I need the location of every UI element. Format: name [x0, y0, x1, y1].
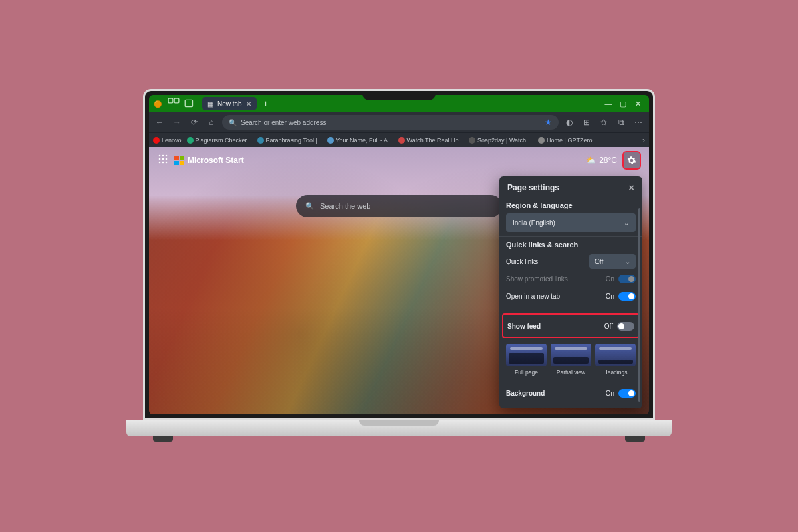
- laptop-notch: [362, 91, 436, 100]
- tab-close-icon[interactable]: ✕: [246, 100, 251, 108]
- layout-partial-view[interactable]: Partial view: [551, 344, 591, 376]
- bookmark-item[interactable]: Soap2day | Watch ...: [469, 137, 533, 144]
- tab-actions-icon[interactable]: [184, 98, 196, 110]
- bookmark-item[interactable]: Watch The Real Ho...: [398, 137, 464, 144]
- panel-title: Page settings: [507, 183, 559, 192]
- show-feed-label: Show feed: [507, 323, 541, 330]
- panel-scrollbar[interactable]: [638, 208, 640, 402]
- minimize-button[interactable]: —: [604, 100, 613, 108]
- chevron-down-icon: ⌄: [624, 219, 629, 227]
- background-row: Background On: [506, 384, 636, 402]
- laptop-feet: [126, 436, 672, 443]
- favorite-star-icon[interactable]: ★: [545, 118, 552, 127]
- workspaces-icon[interactable]: [168, 98, 180, 110]
- svg-point-10: [162, 162, 164, 164]
- background-toggle[interactable]: [618, 389, 636, 398]
- svg-point-8: [166, 158, 168, 160]
- ntp-topbar: Microsoft Start ⛅ 28°C: [149, 147, 649, 174]
- weather-widget[interactable]: ⛅ 28°C: [586, 156, 617, 165]
- new-tab-page: Microsoft Start ⛅ 28°C 🔍 Search the web: [149, 147, 649, 414]
- window-controls: — ▢ ✕: [604, 100, 646, 108]
- favicon-icon: [257, 137, 264, 144]
- close-window-button[interactable]: ✕: [633, 100, 642, 108]
- layout-thumb-icon: [551, 344, 591, 366]
- page-settings-button[interactable]: [624, 152, 640, 168]
- layout-full-page[interactable]: Full page: [506, 344, 547, 376]
- show-feed-toggle[interactable]: [617, 322, 634, 331]
- region-select[interactable]: India (English) ⌄: [506, 213, 636, 232]
- collections-icon[interactable]: ⧉: [614, 116, 628, 129]
- bookmarks-overflow-icon[interactable]: ›: [642, 136, 645, 145]
- svg-point-6: [159, 158, 161, 160]
- favicon-icon: [187, 137, 194, 144]
- toolbar: ← → ⟳ ⌂ 🔍 Search or enter web address ★ …: [149, 112, 649, 132]
- weather-icon: ⛅: [586, 156, 596, 165]
- panel-close-icon[interactable]: ✕: [628, 184, 634, 192]
- microsoft-start-brand[interactable]: Microsoft Start: [174, 156, 244, 165]
- tracking-icon[interactable]: ◐: [563, 116, 576, 129]
- browser-settings-icon[interactable]: ⋯: [632, 116, 645, 129]
- svg-point-7: [162, 158, 164, 160]
- tab-label: New tab: [217, 100, 242, 108]
- address-bar[interactable]: 🔍 Search or enter web address ★: [222, 115, 559, 130]
- search-icon: 🔍: [305, 202, 315, 211]
- refresh-button[interactable]: ⟳: [188, 116, 201, 129]
- svg-point-11: [166, 162, 168, 164]
- promoted-links-toggle: [618, 275, 636, 283]
- favorites-icon[interactable]: ✩: [597, 116, 610, 129]
- svg-point-9: [159, 162, 161, 164]
- favicon-icon: [538, 137, 545, 144]
- profile-icon[interactable]: 🟠: [152, 98, 164, 110]
- quicklinks-section-label: Quick links & search: [506, 241, 636, 249]
- open-new-tab-label: Open in a new tab: [506, 293, 560, 300]
- ntp-search-box[interactable]: 🔍 Search the web: [296, 195, 502, 217]
- tab-newtab[interactable]: ▦ New tab ✕: [202, 97, 257, 110]
- background-label: Background: [506, 390, 545, 397]
- chevron-down-icon: ⌄: [625, 258, 630, 265]
- svg-point-4: [162, 155, 164, 157]
- favicon-icon: [398, 137, 405, 144]
- bookmark-item[interactable]: Home | GPTZero: [538, 137, 592, 144]
- laptop-hinge: [126, 420, 672, 436]
- laptop-frame: 🟠 ▦ New tab ✕ + —: [126, 89, 672, 443]
- gear-icon: [627, 156, 636, 165]
- svg-rect-2: [185, 100, 192, 106]
- new-tab-button[interactable]: +: [259, 97, 273, 110]
- extensions-icon[interactable]: ⊞: [580, 116, 593, 129]
- back-button[interactable]: ←: [153, 116, 166, 129]
- forward-button[interactable]: →: [170, 116, 184, 129]
- brand-label: Microsoft Start: [188, 156, 244, 165]
- weather-temp: 28°C: [599, 156, 617, 165]
- layout-thumb-icon: [506, 344, 547, 366]
- layout-thumb-icon: [595, 344, 636, 366]
- svg-point-3: [159, 155, 161, 157]
- favicon-icon: [153, 137, 160, 144]
- quick-links-label: Quick links: [506, 258, 538, 265]
- toolbar-actions: ◐ ⊞ ✩ ⧉ ⋯: [563, 116, 645, 129]
- promoted-links-row: Show promoted links On: [506, 270, 636, 287]
- region-section-label: Region & language: [506, 201, 636, 209]
- show-feed-highlight: Show feed Off: [502, 313, 640, 338]
- bookmark-item[interactable]: Paraphrasing Tool |...: [257, 137, 323, 144]
- panel-header: Page settings ✕: [499, 176, 642, 198]
- microsoft-logo-icon: [174, 156, 184, 165]
- app-launcher-icon[interactable]: [158, 154, 168, 166]
- quick-links-select[interactable]: Off ⌄: [589, 254, 636, 269]
- home-button[interactable]: ⌂: [205, 116, 218, 129]
- search-icon: 🔍: [229, 119, 237, 126]
- tab-favicon-icon: ▦: [207, 100, 213, 108]
- bookmark-item[interactable]: Your Name, Full - A...: [327, 137, 392, 144]
- favicon-icon: [327, 137, 334, 144]
- quick-links-row: Quick links Off ⌄: [506, 253, 636, 270]
- open-new-tab-row: Open in a new tab On: [506, 287, 636, 305]
- layout-options: Full page Partial view Headings: [506, 344, 636, 376]
- layout-headings[interactable]: Headings: [595, 344, 636, 376]
- open-new-tab-toggle[interactable]: [618, 292, 636, 301]
- bookmark-item[interactable]: Lenovo: [153, 137, 182, 144]
- region-value: India (English): [513, 219, 555, 227]
- svg-point-5: [166, 155, 168, 157]
- maximize-button[interactable]: ▢: [618, 100, 628, 108]
- bookmark-item[interactable]: Plagiarism Checker...: [187, 137, 252, 144]
- screen: 🟠 ▦ New tab ✕ + —: [149, 95, 649, 414]
- page-settings-panel: Page settings ✕ Region & language India …: [499, 176, 642, 408]
